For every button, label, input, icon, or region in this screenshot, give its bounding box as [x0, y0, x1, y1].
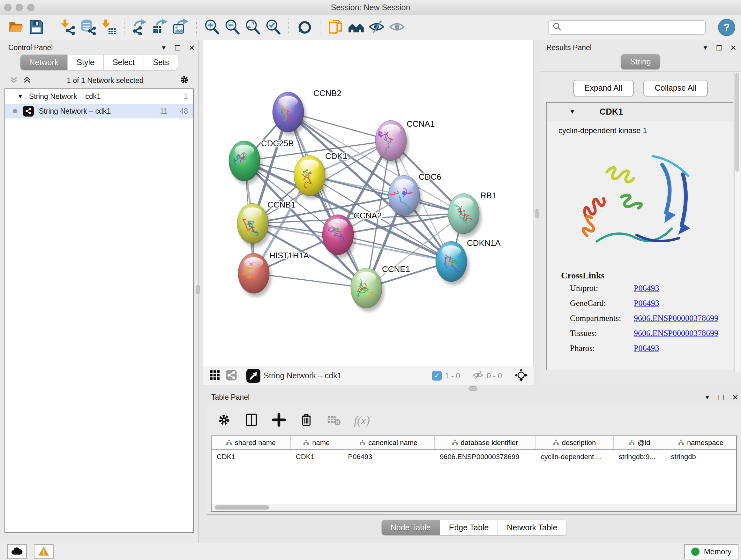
import-table-button[interactable] [98, 17, 119, 38]
crosslinks-title: CrossLinks [561, 270, 733, 281]
column-header-shared-name[interactable]: shared name [212, 436, 291, 449]
column-header-name[interactable]: name [291, 436, 343, 449]
cloud-status-button[interactable] [7, 544, 27, 559]
node-table[interactable]: shared name name canonical name database… [211, 435, 737, 512]
panel-float-icon[interactable]: □ [719, 392, 724, 402]
birdseye-grid-icon[interactable] [210, 370, 220, 381]
tab-style[interactable]: Style [68, 55, 104, 70]
save-session-button[interactable] [26, 17, 47, 38]
apply-layout-button[interactable] [294, 17, 315, 38]
add-column-icon[interactable] [272, 413, 286, 428]
panel-float-icon[interactable]: □ [717, 43, 722, 53]
column-label: description [562, 439, 596, 447]
help-button[interactable]: ? [718, 19, 735, 36]
network-node-CCNE1 [351, 268, 382, 308]
panel-float-icon[interactable]: □ [175, 43, 180, 53]
tab-sets[interactable]: Sets [144, 55, 178, 70]
crosslink-link[interactable]: 9606.ENSP00000378699 [634, 314, 718, 323]
show-glass-button[interactable] [387, 17, 407, 38]
expand-all-tree-icon[interactable] [23, 76, 31, 85]
panel-close-icon[interactable]: ✕ [730, 44, 737, 52]
crosslink-link[interactable]: 9606.ENSP00000378699 [634, 328, 718, 338]
zoom-fit-button[interactable] [243, 17, 263, 38]
results-scrollbar-thumb[interactable] [735, 73, 739, 172]
crosslink-link[interactable]: P06493 [634, 284, 659, 293]
warning-status-button[interactable] [34, 544, 54, 559]
panel-close-icon[interactable]: ✕ [732, 393, 738, 402]
tab-network[interactable]: Network [20, 55, 68, 70]
memory-button[interactable]: Memory [684, 544, 738, 559]
search-input[interactable] [562, 23, 697, 32]
collapse-all-button[interactable]: Collapse All [643, 80, 708, 97]
column-header-@id[interactable]: @id [614, 436, 666, 449]
show-columns-icon[interactable] [244, 413, 259, 428]
crosslink-label: Compartments: [570, 314, 634, 323]
zoom-in-icon [204, 18, 220, 37]
bottombar-separator [242, 369, 242, 382]
hide-glass-button[interactable] [366, 17, 387, 38]
column-label: namespace [687, 439, 724, 447]
zoom-out-icon [224, 18, 241, 37]
tab-string[interactable]: String [621, 54, 660, 69]
tab-node-table[interactable]: Node Table [382, 520, 440, 535]
tab-select[interactable]: Select [104, 55, 144, 70]
crosslink-row: Compartments: 9606.ENSP00000378699 [561, 311, 733, 326]
zoom-in-button[interactable] [202, 17, 222, 38]
crosshair-icon[interactable] [515, 368, 528, 383]
column-header-canonical-name[interactable]: canonical name [343, 436, 434, 449]
network-view-canvas[interactable]: CCNB2CCNA1CDC25BCDK1CDC6RB1CCNB1CCNA2CDK… [203, 40, 534, 366]
table-hscrollbar-thumb[interactable] [215, 505, 269, 509]
home-networks-button[interactable] [346, 17, 366, 38]
table-body: CDK1CDK1P064939606.ENSP00000378699cyclin… [212, 450, 736, 463]
table-settings-gear-icon[interactable] [217, 413, 231, 428]
export-network-button[interactable] [130, 17, 150, 38]
table-panel-title: Table Panel [211, 393, 250, 401]
open-in-window-button[interactable] [246, 369, 260, 383]
column-header-database-identifier[interactable]: database identifier [434, 436, 536, 449]
network-row-selected[interactable]: String Network – cdk1 11 48 [5, 104, 193, 118]
protein-section-header[interactable]: ▼ CDK1 [547, 103, 733, 121]
import-network-icon [59, 18, 76, 37]
right-splitter-handle[interactable] [535, 209, 539, 218]
panel-menu-icon[interactable]: ▼ [702, 44, 709, 51]
column-header-namespace[interactable]: namespace [666, 436, 737, 449]
panel-menu-icon[interactable]: ▼ [704, 394, 711, 401]
zoom-out-button[interactable] [222, 17, 243, 38]
expand-all-button[interactable]: Expand All [573, 80, 634, 97]
tree-expand-icon[interactable]: ▼ [17, 93, 23, 100]
results-scrollbar[interactable] [734, 71, 740, 372]
panel-close-icon[interactable]: ✕ [189, 44, 195, 52]
open-session-button[interactable] [6, 17, 26, 38]
bottom-splitter-handle[interactable] [468, 386, 477, 391]
search-field[interactable] [548, 20, 706, 35]
crosslink-link[interactable]: P06493 [634, 299, 659, 308]
column-label: shared name [235, 439, 276, 447]
status-bar: Memory [0, 543, 741, 560]
tab-network-table[interactable]: Network Table [498, 520, 566, 535]
network-node-RB1 [448, 193, 479, 234]
network-collection-row[interactable]: ▼ String Network – cdk1 1 [5, 89, 193, 104]
panel-menu-icon[interactable]: ▼ [161, 44, 167, 51]
export-table-button[interactable] [150, 17, 171, 38]
table-row[interactable]: CDK1CDK1P064939606.ENSP00000378699cyclin… [212, 450, 736, 463]
section-expand-icon[interactable]: ▼ [569, 108, 576, 115]
svg-text:CDKN1A: CDKN1A [467, 238, 501, 248]
string-share-icon[interactable] [226, 369, 237, 382]
table-hscrollbar[interactable] [212, 504, 736, 511]
selected-checkbox-icon[interactable]: ✓ [432, 371, 442, 381]
crosslink-link[interactable]: P06493 [634, 344, 659, 353]
crosslink-label: GeneCard: [570, 299, 634, 308]
database-import-icon [80, 18, 96, 37]
column-header-description[interactable]: description [536, 436, 614, 449]
control-panel: Control Panel ▼ □ ✕ NetworkStyleSelectSe… [0, 40, 199, 543]
tab-edge-table[interactable]: Edge Table [440, 520, 498, 535]
zoom-selected-button[interactable] [263, 17, 283, 38]
copy-document-button[interactable] [326, 17, 346, 38]
export-image-button[interactable] [171, 17, 191, 38]
network-options-gear-icon[interactable] [179, 74, 190, 86]
collapse-all-tree-icon[interactable] [10, 76, 18, 85]
left-splitter-handle[interactable] [196, 285, 200, 294]
delete-column-icon[interactable] [299, 413, 314, 428]
import-network-file-button[interactable] [57, 17, 78, 38]
import-network-database-button[interactable] [78, 17, 98, 38]
